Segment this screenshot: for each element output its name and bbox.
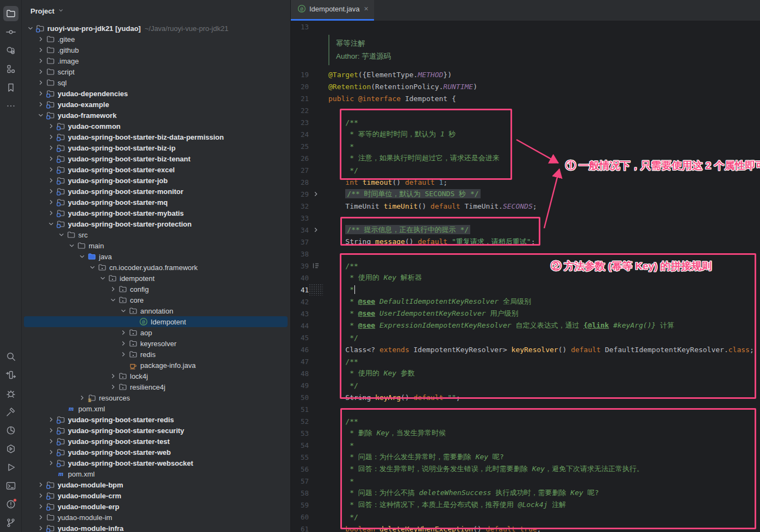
bookmarks-icon[interactable] bbox=[3, 80, 18, 95]
tree-expand-arrow[interactable] bbox=[66, 241, 77, 250]
gutter[interactable]: 40 bbox=[291, 272, 325, 284]
doc-render-toggle-icon[interactable] bbox=[309, 260, 323, 272]
code-line-54[interactable]: 54 * bbox=[291, 439, 760, 451]
tree-expand-arrow[interactable] bbox=[46, 122, 56, 130]
tree-expand-arrow[interactable] bbox=[46, 133, 56, 141]
tree-item-yudao-module-erp[interactable]: yudao-module-erp bbox=[22, 501, 290, 512]
tree-expand-arrow[interactable] bbox=[46, 426, 56, 435]
gutter[interactable]: 55 bbox=[291, 451, 325, 463]
gutter[interactable]: 56 bbox=[291, 463, 325, 475]
code-line-32[interactable]: 32 TimeUnit timeUnit() default TimeUnit.… bbox=[291, 200, 760, 212]
code-line-55[interactable]: 55 * 问题：为什么发生异常时，需要删除 Key 呢? bbox=[291, 451, 760, 463]
gutter[interactable]: 27 bbox=[291, 164, 325, 176]
tree-item-src[interactable]: src bbox=[22, 229, 290, 240]
tree-item-yudao-spring-boot-starter-excel[interactable]: yudao-spring-boot-starter-excel bbox=[22, 164, 290, 175]
tree-expand-arrow[interactable] bbox=[46, 220, 56, 228]
tree-expand-arrow[interactable] bbox=[118, 306, 128, 315]
tree-expand-arrow[interactable] bbox=[35, 78, 46, 87]
gutter[interactable]: 29 bbox=[291, 188, 325, 200]
code-line-56[interactable]: 56 * 回答：发生异常时，说明业务发生错误，此时需要删除 Key，避免下次请求… bbox=[291, 463, 760, 475]
tree-item-yudao-framework[interactable]: yudao-framework bbox=[22, 110, 290, 121]
gutter[interactable]: 25 bbox=[291, 140, 325, 152]
pull-requests-icon[interactable]: ? bbox=[3, 43, 18, 58]
tree-item-pom.xml[interactable]: mpom.xml bbox=[22, 468, 290, 479]
tree-expand-arrow[interactable] bbox=[46, 176, 56, 185]
search-icon[interactable] bbox=[3, 349, 18, 364]
tree-item-.github[interactable]: .github bbox=[22, 45, 290, 55]
git-branch-icon[interactable] bbox=[3, 515, 18, 530]
gutter[interactable]: 53 bbox=[291, 427, 325, 439]
code-line-19[interactable]: 19@Target({ElementType.METHOD}) bbox=[291, 68, 760, 80]
tree-item-yudao-dependencies[interactable]: yudao-dependencies bbox=[22, 88, 290, 99]
gutter[interactable]: 28 bbox=[291, 176, 325, 188]
code-line-26[interactable]: 26 * 注意，如果执行时间超过它，请求还是会进来 bbox=[291, 152, 760, 164]
tree-expand-arrow[interactable] bbox=[35, 513, 46, 522]
chevron-down-icon[interactable] bbox=[58, 6, 64, 16]
tree-item-core[interactable]: core bbox=[22, 295, 290, 305]
gutter[interactable]: 61 bbox=[291, 523, 325, 532]
gutter[interactable]: 22 bbox=[291, 104, 325, 116]
tree-item-yudao-spring-boot-starter-biz-tenant[interactable]: yudao-spring-boot-starter-biz-tenant bbox=[22, 153, 290, 164]
gutter[interactable]: 48 bbox=[291, 367, 325, 379]
gutter[interactable]: 43 bbox=[291, 308, 325, 320]
tree-expand-arrow[interactable] bbox=[46, 143, 56, 152]
gutter[interactable]: 50 bbox=[291, 391, 325, 403]
tree-item-package-info.java[interactable]: package-info.java bbox=[22, 360, 290, 371]
tree-item-yudao-example[interactable]: yudao-example bbox=[22, 99, 290, 110]
tree-item-yudao-spring-boot-starter-test[interactable]: yudao-spring-boot-starter-test bbox=[22, 436, 290, 447]
code-line-44[interactable]: 44 * @see ExpressionIdempotentKeyResolve… bbox=[291, 320, 760, 331]
code-line-57[interactable]: 57 * bbox=[291, 475, 760, 487]
tree-expand-arrow[interactable] bbox=[77, 252, 87, 261]
tree-expand-arrow[interactable] bbox=[35, 491, 46, 500]
gutter[interactable]: 21 bbox=[291, 92, 325, 104]
tree-item-yudao-spring-boot-starter-biz-ip[interactable]: yudao-spring-boot-starter-biz-ip bbox=[22, 142, 290, 153]
tree-item-script[interactable]: script bbox=[22, 66, 290, 77]
code-line-20[interactable]: 20@Retention(RetentionPolicy.RUNTIME) bbox=[291, 80, 760, 92]
project-folder-icon[interactable] bbox=[3, 6, 18, 21]
project-panel-header[interactable]: Project bbox=[22, 0, 290, 22]
gutter[interactable]: 26 bbox=[291, 152, 325, 164]
fold-arrow-icon[interactable] bbox=[309, 224, 323, 236]
code-line-45[interactable]: 45 */ bbox=[291, 331, 760, 343]
code-line-47[interactable]: 47 /** bbox=[291, 355, 760, 367]
code-line-42[interactable]: 42 * @see DefaultIdempotentKeyResolver 全… bbox=[291, 296, 760, 308]
tree-item-pom.xml[interactable]: mpom.xml bbox=[22, 403, 290, 414]
project-tree[interactable]: ruoyi-vue-pro-jdk21 [yudao]~/Java/ruoyi-… bbox=[22, 22, 290, 532]
code-line-50[interactable]: 50 String keyArg() default ""; bbox=[291, 391, 760, 403]
code-line-23[interactable]: 23 /** bbox=[291, 116, 760, 128]
tree-expand-arrow[interactable] bbox=[35, 46, 46, 54]
gutter[interactable]: 44 bbox=[291, 320, 325, 331]
tree-item-keyresolver[interactable]: keyresolver bbox=[22, 338, 290, 349]
gutter[interactable]: 20 bbox=[291, 80, 325, 92]
gutter[interactable]: 49 bbox=[291, 379, 325, 391]
code-line-38[interactable]: 38 bbox=[291, 248, 760, 260]
tree-expand-arrow[interactable] bbox=[35, 502, 46, 511]
tree-expand-arrow[interactable] bbox=[77, 393, 87, 402]
code-line-59[interactable]: 59 * 回答：这种情况下，本质上是分布式锁，推荐使用 @Lock4j 注解 bbox=[291, 499, 760, 511]
code-line-21[interactable]: 21public @interface Idempotent { bbox=[291, 92, 760, 104]
tree-item-cn.iocoder.yudao.framework[interactable]: cn.iocoder.yudao.framework bbox=[22, 262, 290, 273]
tree-expand-arrow[interactable] bbox=[108, 372, 118, 380]
tree-item-yudao-spring-boot-starter-biz-data-permission[interactable]: yudao-spring-boot-starter-biz-data-permi… bbox=[22, 132, 290, 142]
tree-expand-arrow[interactable] bbox=[46, 459, 56, 467]
tree-item-yudao-common[interactable]: yudao-common bbox=[22, 121, 290, 132]
gutter[interactable]: 45 bbox=[291, 331, 325, 343]
commit-icon[interactable] bbox=[3, 24, 18, 40]
gutter[interactable]: 37 bbox=[291, 236, 325, 248]
tree-item-yudao-module-im[interactable]: yudao-module-im bbox=[22, 512, 290, 523]
tree-item-yudao-spring-boot-starter-security[interactable]: yudao-spring-boot-starter-security bbox=[22, 425, 290, 436]
code-line-51[interactable]: 51 bbox=[291, 403, 760, 415]
code-line-53[interactable]: 53 * 删除 Key，当发生异常时候 bbox=[291, 427, 760, 439]
code-line-25[interactable]: 25 * bbox=[291, 140, 760, 152]
code-line-39[interactable]: 39 /** bbox=[291, 260, 760, 272]
tree-item-redis[interactable]: redis bbox=[22, 349, 290, 360]
gutter[interactable]: 47 bbox=[291, 355, 325, 367]
tree-item-yudao-spring-boot-starter-web[interactable]: yudao-spring-boot-starter-web bbox=[22, 447, 290, 458]
code-line-24[interactable]: 24 * 幂等的超时时间，默认为 1 秒 bbox=[291, 128, 760, 140]
tree-expand-arrow[interactable] bbox=[46, 187, 56, 196]
code-line-49[interactable]: 49 */ bbox=[291, 379, 760, 391]
tree-expand-arrow[interactable] bbox=[108, 296, 118, 304]
code-line-37[interactable]: 37 String message() default "重复请求，请稍后重试"… bbox=[291, 236, 760, 248]
gutter[interactable]: 19 bbox=[291, 68, 325, 80]
tree-item-yudao-spring-boot-starter-job[interactable]: yudao-spring-boot-starter-job bbox=[22, 175, 290, 186]
